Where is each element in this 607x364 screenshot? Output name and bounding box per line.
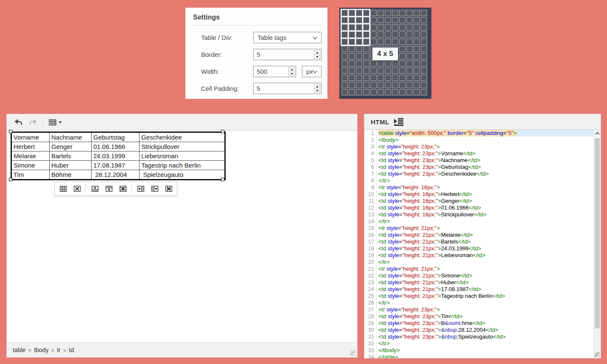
grid-cell[interactable] bbox=[392, 39, 398, 45]
grid-cell[interactable] bbox=[414, 31, 420, 38]
grid-cell[interactable] bbox=[363, 17, 369, 23]
line-number[interactable]: 28 bbox=[364, 313, 374, 320]
grid-cell[interactable] bbox=[406, 53, 413, 59]
grid-cell[interactable] bbox=[363, 24, 369, 31]
grid-cell[interactable] bbox=[356, 53, 362, 59]
line-number[interactable]: 23 bbox=[364, 279, 374, 286]
table-cell[interactable]: Genger bbox=[50, 142, 92, 151]
grid-cell[interactable] bbox=[399, 24, 406, 31]
table-cell[interactable]: 01.06.1966 bbox=[92, 142, 140, 151]
grid-cell[interactable] bbox=[356, 89, 362, 95]
code-lines[interactable]: <table style="width: 500px;" border="5" … bbox=[377, 130, 601, 358]
code-line[interactable]: </tr> bbox=[378, 340, 601, 347]
grid-cell[interactable] bbox=[414, 24, 420, 31]
table-cell[interactable]: Liebesroman bbox=[140, 151, 225, 161]
grid-cell[interactable] bbox=[370, 24, 377, 31]
line-number[interactable]: 15 bbox=[364, 225, 374, 232]
grid-cell[interactable] bbox=[378, 75, 384, 81]
grid-cell[interactable] bbox=[363, 75, 369, 81]
line-number[interactable]: 25 bbox=[364, 293, 374, 300]
table-cell[interactable]: Spielzeugauto bbox=[140, 170, 225, 180]
grid-cell[interactable] bbox=[399, 75, 406, 81]
grid-cell[interactable] bbox=[421, 67, 427, 74]
grid-cell[interactable] bbox=[414, 60, 420, 67]
grid-cell[interactable] bbox=[349, 24, 355, 31]
grid-cell[interactable] bbox=[341, 75, 348, 81]
line-number[interactable]: 21 bbox=[364, 266, 374, 272]
table-menu-button[interactable] bbox=[45, 116, 65, 129]
table-cell[interactable]: Geschenkidee bbox=[140, 132, 225, 142]
table-cell[interactable]: Geburtstag bbox=[92, 132, 140, 142]
code-line[interactable]: <td style="height: 23px;">&nbsp;Spielzeu… bbox=[378, 333, 601, 340]
grid-cell[interactable] bbox=[385, 75, 391, 81]
code-line[interactable]: <td style="height: 23px;">Vorname</td> bbox=[378, 150, 601, 157]
code-line[interactable]: <td style="height: 21px;">17.08.1987</td… bbox=[378, 286, 601, 293]
insert-column-after-button[interactable] bbox=[148, 182, 162, 195]
line-number[interactable]: 30 bbox=[364, 327, 374, 333]
table-cell[interactable]: Böhme bbox=[50, 170, 92, 180]
code-line[interactable]: <tr style="height: 23px;"> bbox=[378, 143, 601, 150]
table-cell[interactable]: Huber bbox=[50, 161, 92, 170]
line-number[interactable]: 18 bbox=[364, 245, 374, 252]
spin-down-button[interactable] bbox=[289, 71, 294, 76]
grid-cell[interactable] bbox=[349, 17, 355, 23]
code-line[interactable]: <td style="height: 21px;">Bartels</td> bbox=[378, 238, 601, 245]
grid-cell[interactable] bbox=[421, 10, 427, 16]
code-line[interactable]: <td style="height: 23px;">Nachname</td> bbox=[378, 157, 601, 164]
grid-cell[interactable] bbox=[406, 60, 413, 67]
line-number[interactable]: 4 bbox=[364, 150, 374, 157]
line-number[interactable]: 13 bbox=[364, 211, 374, 218]
grid-cell[interactable] bbox=[406, 39, 413, 45]
grid-cell[interactable] bbox=[378, 31, 384, 38]
grid-cell[interactable] bbox=[349, 31, 355, 38]
code-line[interactable]: <tbody> bbox=[378, 137, 601, 143]
grid-cell[interactable] bbox=[378, 82, 384, 88]
spin-down-button[interactable] bbox=[314, 88, 320, 92]
grid-cell[interactable] bbox=[363, 67, 369, 74]
line-number[interactable]: 2 bbox=[364, 137, 374, 143]
grid-cell[interactable] bbox=[406, 75, 413, 81]
grid-cell[interactable] bbox=[341, 10, 348, 16]
table-cell[interactable]: Vorname bbox=[11, 132, 50, 142]
code-line[interactable]: <td style="height: 23px;">Geburtstag</td… bbox=[378, 164, 601, 171]
grid-cell[interactable] bbox=[421, 31, 427, 38]
grid-cell[interactable] bbox=[363, 10, 369, 16]
code-line[interactable]: <td style="height: 16px;">Herbert</td> bbox=[378, 191, 601, 198]
grid-cell[interactable] bbox=[363, 53, 369, 59]
grid-cell[interactable] bbox=[385, 67, 391, 74]
grid-cell[interactable] bbox=[349, 89, 355, 95]
code-line[interactable]: <td style="height: 21px;">Simone</td> bbox=[378, 272, 601, 279]
grid-cell[interactable] bbox=[421, 82, 427, 88]
insert-row-after-button[interactable] bbox=[102, 182, 116, 195]
line-number[interactable]: 9 bbox=[364, 184, 374, 191]
spin-up-button[interactable] bbox=[314, 84, 320, 88]
grid-cell[interactable] bbox=[356, 46, 362, 52]
grid-cell[interactable] bbox=[385, 89, 391, 95]
spin-up-button[interactable] bbox=[289, 67, 294, 71]
path-item[interactable]: tbody bbox=[34, 347, 48, 353]
line-number[interactable]: 10 bbox=[364, 191, 374, 198]
grid-cell[interactable] bbox=[341, 67, 348, 74]
grid-cell[interactable] bbox=[341, 53, 348, 59]
code-line[interactable]: </tr> bbox=[378, 218, 601, 225]
grid-cell[interactable] bbox=[363, 31, 369, 38]
grid-cell[interactable] bbox=[356, 67, 362, 74]
grid-cell[interactable] bbox=[392, 67, 398, 74]
delete-table-button[interactable] bbox=[70, 182, 84, 195]
grid-cell[interactable] bbox=[341, 17, 348, 23]
grid-cell[interactable] bbox=[349, 10, 355, 16]
grid-cell[interactable] bbox=[349, 53, 355, 59]
scroll-up-button[interactable] bbox=[594, 130, 601, 137]
code-line[interactable]: <td style="height: 21px;">Huber</td> bbox=[378, 279, 601, 286]
grid-cell[interactable] bbox=[392, 89, 398, 95]
grid-cell[interactable] bbox=[385, 39, 391, 45]
table-cell[interactable]: Melanie bbox=[11, 151, 50, 161]
grid-cell[interactable] bbox=[385, 10, 391, 16]
border-input[interactable] bbox=[253, 49, 322, 60]
grid-cell[interactable] bbox=[399, 31, 406, 38]
grid-cell[interactable] bbox=[414, 75, 420, 81]
grid-cell[interactable] bbox=[378, 39, 384, 45]
grid-cell[interactable] bbox=[363, 46, 369, 52]
grid-cell[interactable] bbox=[421, 53, 427, 59]
grid-cell[interactable] bbox=[399, 17, 406, 23]
